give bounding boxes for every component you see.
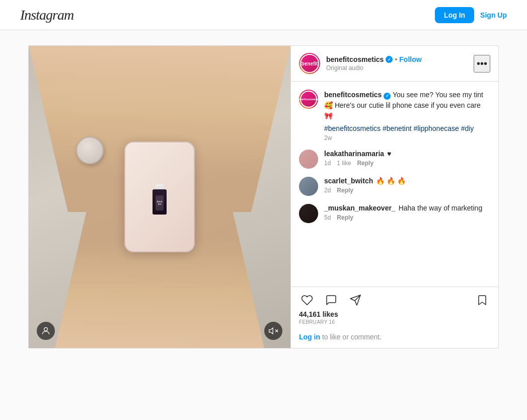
comment-1: leakatharinamaria ♥ 1d 1 like Reply bbox=[299, 150, 490, 169]
comments-section: benefitcosmetics benefitcosmetics ✓ You … bbox=[291, 82, 498, 287]
login-prompt: Log in to like or comment. bbox=[291, 328, 498, 348]
comment-1-avatar[interactable] bbox=[299, 150, 318, 169]
comment-3-time: 5d bbox=[324, 214, 331, 221]
avatar-logo-text: benefit bbox=[301, 55, 318, 72]
comment-2-meta: 2d Reply bbox=[324, 187, 490, 194]
comment-2-header: scarlet_bwitch 🔥 🔥 🔥 bbox=[324, 177, 490, 185]
comment-icon bbox=[325, 294, 337, 306]
account-avatar[interactable]: benefit bbox=[299, 53, 320, 74]
bottle-cap bbox=[76, 136, 104, 164]
comment-1-username[interactable]: leakatharinamaria bbox=[324, 150, 384, 158]
comment-3-meta: 5d Reply bbox=[324, 214, 490, 221]
post-header: benefit benefitcosmetics ✓ • Follow Orig… bbox=[291, 46, 498, 82]
comment-3-content: _muskan_makeover_ Haha the way of market… bbox=[324, 204, 490, 221]
action-icons-row bbox=[299, 292, 490, 308]
comment-1-text: ♥ bbox=[387, 150, 391, 158]
comment-3-reply[interactable]: Reply bbox=[337, 214, 353, 221]
main-comment-content: benefitcosmetics ✓ You see me? You see m… bbox=[324, 90, 490, 142]
comment-2-avatar-img bbox=[299, 177, 318, 196]
post-card: benetint bbox=[28, 45, 499, 348]
comment-2-content: scarlet_bwitch 🔥 🔥 🔥 2d Reply bbox=[324, 177, 490, 194]
comment-1-avatar-img bbox=[299, 150, 318, 169]
comment-2-text: 🔥 🔥 🔥 bbox=[376, 177, 406, 185]
main-content: benetint bbox=[28, 45, 499, 348]
volume-mute-icon bbox=[268, 326, 278, 336]
comment-avatar-inner: benefitcosmetics bbox=[300, 91, 317, 108]
verified-badge: ✓ bbox=[386, 56, 393, 63]
comment-2-time: 2d bbox=[324, 187, 331, 194]
avatar-inner: benefit bbox=[300, 54, 319, 73]
svg-point-0 bbox=[44, 327, 48, 331]
bottle-label: benetint bbox=[156, 195, 164, 211]
comment-2-avatar[interactable] bbox=[299, 177, 318, 196]
comment-3-username[interactable]: _muskan_makeover_ bbox=[324, 204, 396, 212]
post-image: benetint bbox=[29, 46, 290, 348]
mute-icon[interactable] bbox=[264, 322, 282, 340]
bookmark-icon bbox=[476, 294, 488, 306]
main-post-comment: benefitcosmetics benefitcosmetics ✓ You … bbox=[299, 90, 490, 142]
instagram-logo: Instagram bbox=[20, 7, 73, 23]
follow-button[interactable]: Follow bbox=[399, 55, 421, 63]
comment-1-reply[interactable]: Reply bbox=[357, 160, 373, 167]
comment-1-likes: 1 like bbox=[337, 160, 351, 167]
phone-prop: benetint bbox=[124, 142, 195, 252]
main-comment-username[interactable]: benefitcosmetics bbox=[324, 91, 382, 99]
comment-avatar-logo: benefitcosmetics bbox=[301, 92, 316, 107]
comment-3: _muskan_makeover_ Haha the way of market… bbox=[299, 204, 490, 223]
main-comment-time: 2w bbox=[324, 134, 490, 142]
user-icon[interactable] bbox=[37, 322, 55, 340]
share-button[interactable] bbox=[347, 292, 363, 308]
post-date: February 16 bbox=[299, 319, 490, 325]
post-header-username: benefitcosmetics ✓ • Follow bbox=[326, 55, 468, 63]
like-button[interactable] bbox=[299, 292, 315, 308]
cosmetic-bottle: benetint bbox=[150, 179, 169, 215]
post-header-info: benefitcosmetics ✓ • Follow Original aud… bbox=[326, 55, 468, 72]
comment-3-header: _muskan_makeover_ Haha the way of market… bbox=[324, 204, 490, 212]
actions-bar: 44,161 likes February 16 bbox=[291, 287, 498, 328]
comment-3-avatar[interactable] bbox=[299, 204, 318, 223]
main-comment-text: benefitcosmetics ✓ You see me? You see m… bbox=[324, 90, 490, 121]
share-icon bbox=[349, 294, 361, 306]
main-comment-verified: ✓ bbox=[384, 93, 391, 100]
main-comment-hashtags[interactable]: #benefitcosmetics #benetint #lipphonecas… bbox=[324, 124, 490, 132]
login-button[interactable]: Log In bbox=[435, 7, 474, 23]
signup-button[interactable]: Sign Up bbox=[480, 11, 507, 19]
login-suffix: to like or comment. bbox=[320, 333, 382, 341]
media-overlays bbox=[37, 322, 282, 340]
comment-1-meta: 1d 1 like Reply bbox=[324, 160, 490, 167]
post-media: benetint bbox=[29, 46, 290, 348]
login-link[interactable]: Log in bbox=[299, 333, 320, 341]
comment-1-time: 1d bbox=[324, 160, 331, 167]
comment-1-header: leakatharinamaria ♥ bbox=[324, 150, 490, 158]
account-username-label[interactable]: benefitcosmetics bbox=[326, 55, 384, 63]
post-subtitle: Original audio bbox=[326, 64, 468, 72]
comment-2-username[interactable]: scarlet_bwitch bbox=[324, 177, 373, 185]
heart-icon bbox=[301, 294, 313, 306]
save-button[interactable] bbox=[474, 292, 490, 308]
header: Instagram Log In Sign Up bbox=[0, 0, 527, 30]
post-info: benefit benefitcosmetics ✓ • Follow Orig… bbox=[290, 46, 498, 348]
comment-3-avatar-img bbox=[299, 204, 318, 223]
comment-2-reply[interactable]: Reply bbox=[337, 187, 353, 194]
comment-2: scarlet_bwitch 🔥 🔥 🔥 2d Reply bbox=[299, 177, 490, 196]
main-comment-avatar[interactable]: benefitcosmetics bbox=[299, 90, 318, 109]
separator: • bbox=[395, 55, 397, 63]
more-options-button[interactable]: ••• bbox=[474, 55, 490, 73]
bottle-body: benetint bbox=[153, 189, 167, 215]
header-actions: Log In Sign Up bbox=[435, 7, 507, 23]
comment-1-content: leakatharinamaria ♥ 1d 1 like Reply bbox=[324, 150, 490, 167]
comment-button[interactable] bbox=[323, 292, 339, 308]
comment-3-text: Haha the way of marketing bbox=[399, 204, 483, 212]
person-icon bbox=[41, 326, 51, 336]
likes-count: 44,161 likes bbox=[299, 310, 490, 318]
